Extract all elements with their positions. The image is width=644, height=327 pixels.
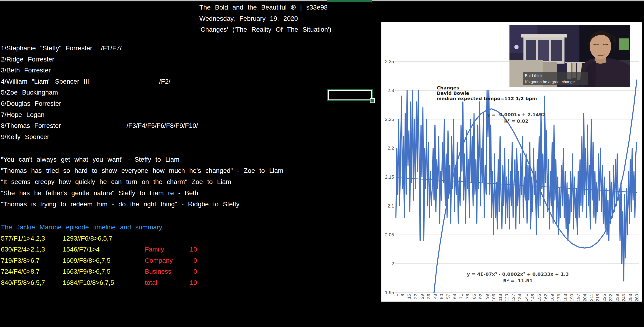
x-axis-label: 99 xyxy=(485,294,490,299)
x-axis-label: 127 xyxy=(511,294,516,301)
x-axis-label: 148 xyxy=(530,294,535,301)
chart-panel[interactable]: 2.352.32.252.22.152.12.0521.951815222936… xyxy=(381,22,642,302)
y-axis-label: 2 xyxy=(392,261,394,266)
category-label: Family xyxy=(145,244,164,255)
timeline-cell: 719/F3/8>6,7 xyxy=(1,255,40,266)
caption-line-1: But I think xyxy=(525,74,542,78)
quote-line: "Thomas has tried so hard to show everyo… xyxy=(1,165,283,176)
character-line: 9/Kelly Spencer xyxy=(1,131,198,143)
x-axis-label: 162 xyxy=(543,294,548,301)
x-axis-label: 50 xyxy=(439,294,444,299)
x-axis-label: 1 xyxy=(394,294,398,297)
selected-column-indicator xyxy=(327,0,372,2)
window-pediment xyxy=(521,34,567,37)
trendline-equation: y = 4E-07x³ - 0.0002x² + 0.0233x + 1.3 xyxy=(467,271,569,277)
x-axis-label: 169 xyxy=(550,294,555,301)
x-axis-label: 22 xyxy=(413,294,418,299)
character-line: 1/Stephanie "Steffy" Forrester /F1/F7/ xyxy=(1,43,198,54)
x-axis-label: 106 xyxy=(491,294,496,301)
timeline-cell: 840/F5/8>6,5,7 xyxy=(1,277,45,288)
character-line: 3/Beth Forrester xyxy=(1,65,198,76)
summary-row: 719/F3/8>6,71609/F8/8>6,7,5Company0 xyxy=(1,255,162,266)
y-axis-label: 1.95 xyxy=(385,290,394,295)
category-label: Business xyxy=(145,266,172,277)
timeline-cell: 1293//F6/8>6,5,7 xyxy=(63,233,112,244)
x-axis-label: 253 xyxy=(628,294,633,301)
caption-line-2: it's gonna be a great change. xyxy=(525,80,576,84)
y-axis-label: 2.35 xyxy=(385,59,394,64)
quote-line: "You can't always get what you want" - S… xyxy=(1,154,283,165)
show-title: The Bold and the Beautiful ® | s33e98 xyxy=(199,2,331,13)
category-value: 0 xyxy=(174,266,197,277)
trendline-equation: R² = 0.02 xyxy=(504,118,528,124)
summary-row: 840/F5/8>6,5,71684/F10/8>6,7,5total10 xyxy=(1,277,162,288)
timeline-cell: 577/F1/1>4,2,3 xyxy=(1,233,45,244)
character-line: 8/Thomas Forrester /F3/F4/F5/F6/F8/F9/F1… xyxy=(1,120,198,131)
trendline-equation: y = -0.0001x + 2.1492 xyxy=(487,112,545,117)
quote-line: "It seems creepy how quickly he can turn… xyxy=(1,176,283,188)
x-axis-label: 92 xyxy=(478,294,483,299)
x-axis-label: 64 xyxy=(452,294,457,299)
timeline-cell: 724/F4/6>8,7 xyxy=(1,266,40,277)
summary-rows: 577/F1/1>4,2,31293//F6/8>6,5,7630/F2/4>2… xyxy=(1,233,162,288)
category-value: 0 xyxy=(174,255,197,266)
episode-date: Wednesday, February 19, 2020 xyxy=(199,13,331,24)
green-panel xyxy=(619,38,629,50)
timeline-cell: 1609/F8/8>6,7,5 xyxy=(63,255,110,266)
summary-row: 724/F4/6>8,71663/F9/8>6,7,5Business0 xyxy=(1,266,162,277)
x-axis-label: 225 xyxy=(602,294,607,301)
character-line: 4/William "Liam" Spencer III /F2/ xyxy=(1,76,198,87)
x-axis-label: 71 xyxy=(459,294,464,299)
y-axis-label: 2.3 xyxy=(388,88,394,93)
trendline-equation: R² = -11.51 xyxy=(503,278,532,284)
y-axis-label: 2.1 xyxy=(388,203,394,208)
category-label: Company xyxy=(145,255,173,266)
x-axis-label: 218 xyxy=(595,294,600,301)
x-axis-label: 190 xyxy=(570,294,574,301)
character-line: 7/Hope Logan xyxy=(1,109,198,120)
x-axis-label: 239 xyxy=(615,294,620,301)
summary-title: The Jackie Marone episode timeline and s… xyxy=(1,222,162,233)
y-axis-label: 2.05 xyxy=(385,232,394,237)
category-label: total xyxy=(145,277,157,288)
x-axis-label: 204 xyxy=(582,294,587,301)
window-top-bar xyxy=(0,0,644,1)
cell-selection-cursor[interactable] xyxy=(327,89,373,101)
y-axis-label: 2.2 xyxy=(388,146,394,151)
x-axis-label: 246 xyxy=(622,294,626,301)
x-axis-label: 36 xyxy=(426,294,431,299)
summary-row: 630/F2/4>2,1,31546/F7/1>4Family10 xyxy=(1,244,162,255)
summary-row: 577/F1/1>4,2,31293//F6/8>6,5,7 xyxy=(1,233,162,244)
x-axis-label: 8 xyxy=(400,294,405,297)
video-still[interactable]: But I think it's gonna be a great change… xyxy=(510,25,630,87)
x-axis-label: 15 xyxy=(407,294,412,299)
timeline-cell: 1684/F10/8>6,7,5 xyxy=(63,277,114,288)
y-axis-label: 2.25 xyxy=(385,117,394,122)
x-axis-label: 113 xyxy=(498,294,503,301)
x-axis-label: 197 xyxy=(576,294,581,301)
chart-annotation-line: median expected tempo=112 1/2 bpm xyxy=(437,96,537,101)
x-axis-label: 29 xyxy=(420,294,424,299)
episode-name: 'Changes' ('The Reality Of The Situation… xyxy=(199,24,331,35)
lamp-glow xyxy=(514,45,518,49)
y-axis-label: 2.15 xyxy=(385,174,394,180)
quote-line: "She has he father's gentle nature" Stef… xyxy=(1,188,283,199)
x-axis-label: 57 xyxy=(446,294,450,299)
chart-annotation-line: David Bowie xyxy=(437,90,469,96)
x-axis-label: 120 xyxy=(504,294,509,301)
chart-annotation-line: Changes xyxy=(437,85,459,91)
x-axis-label: 211 xyxy=(589,294,594,301)
fill-handle[interactable] xyxy=(370,98,375,103)
x-axis-label: 232 xyxy=(608,294,613,301)
x-axis-label: 260 xyxy=(634,294,639,301)
quote-list: "You can't always get what you want" - S… xyxy=(1,154,283,210)
x-axis-label: 43 xyxy=(433,294,438,299)
episode-header: The Bold and the Beautiful ® | s33e98 We… xyxy=(199,2,331,35)
timeline-cell: 1663/F9/8>6,7,5 xyxy=(63,266,110,277)
character-line: 2/Ridge Forrester xyxy=(1,54,198,65)
character-line: 6/Douglas Forrester xyxy=(1,98,198,109)
timeline-cell: 1546/F7/1>4 xyxy=(63,244,100,255)
x-axis-label: 141 xyxy=(524,294,528,301)
x-axis-label: 134 xyxy=(517,294,522,301)
screen: { "colors": { "accent_blue": "#2d9bf0", … xyxy=(0,0,644,327)
